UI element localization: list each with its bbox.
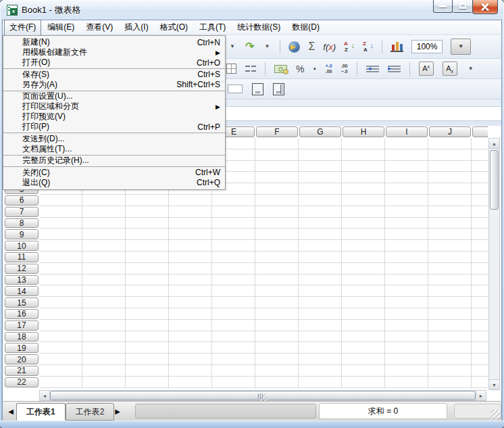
file-menu-item[interactable]: 退出(Q)Ctrl+Q xyxy=(3,178,225,188)
cell-J9[interactable] xyxy=(428,229,472,240)
cell-H9[interactable] xyxy=(342,229,385,240)
cell-A19[interactable] xyxy=(39,342,82,354)
cell-E7[interactable] xyxy=(212,206,255,218)
column-header-J[interactable]: J xyxy=(428,126,472,138)
cell-I4[interactable] xyxy=(385,172,428,183)
cell-B14[interactable] xyxy=(82,285,126,297)
maximize-button[interactable] xyxy=(453,0,472,13)
cell-F10[interactable] xyxy=(255,240,299,252)
cell-B21[interactable] xyxy=(82,365,126,377)
cell-K21[interactable] xyxy=(472,365,488,377)
cell-F11[interactable] xyxy=(255,252,299,263)
cell-K4[interactable] xyxy=(472,172,488,183)
cell-H18[interactable] xyxy=(342,331,385,343)
cell-E6[interactable] xyxy=(212,195,255,206)
cell-E21[interactable] xyxy=(212,365,255,377)
file-menu-item[interactable]: 新建(N)Ctrl+N xyxy=(3,37,225,47)
cell-H21[interactable] xyxy=(342,365,385,377)
form-dialog-icon[interactable] xyxy=(252,83,263,95)
cell-B20[interactable] xyxy=(82,354,126,365)
cell-K17[interactable] xyxy=(472,320,488,331)
cell-G21[interactable] xyxy=(299,365,342,377)
cell-J8[interactable] xyxy=(428,218,472,229)
cell-I20[interactable] xyxy=(385,354,428,365)
cell-H2[interactable] xyxy=(342,149,385,161)
form-dialog-alt-icon[interactable] xyxy=(273,83,284,95)
scroll-down-icon[interactable]: ▼ xyxy=(489,379,499,389)
cell-I12[interactable] xyxy=(385,263,428,275)
scroll-left-icon[interactable]: ◄ xyxy=(40,391,50,400)
cell-K9[interactable] xyxy=(472,229,488,240)
cell-A15[interactable] xyxy=(39,297,82,308)
menubar-item-view[interactable]: 查看(V) xyxy=(80,20,118,36)
row-header-9[interactable]: 9 xyxy=(4,229,39,240)
cell-A12[interactable] xyxy=(39,263,82,275)
cell-E15[interactable] xyxy=(212,297,255,308)
cell-D20[interactable] xyxy=(169,354,212,365)
cell-C22[interactable] xyxy=(126,377,169,388)
cell-B22[interactable] xyxy=(82,377,126,388)
cell-D13[interactable] xyxy=(169,275,212,286)
row-header-18[interactable]: 18 xyxy=(4,331,39,343)
cell-A14[interactable] xyxy=(39,285,82,297)
superscript-icon[interactable]: Ax xyxy=(419,62,434,76)
cell-D17[interactable] xyxy=(169,320,212,331)
cell-F20[interactable] xyxy=(255,354,299,365)
menubar-item-statistics[interactable]: 统计数据(S) xyxy=(232,20,286,36)
cell-A11[interactable] xyxy=(39,252,82,263)
cell-C21[interactable] xyxy=(126,365,169,377)
cell-D7[interactable] xyxy=(169,206,212,218)
cell-J13[interactable] xyxy=(428,275,472,286)
cell-H16[interactable] xyxy=(342,308,385,320)
cell-K12[interactable] xyxy=(472,263,488,275)
cell-C11[interactable] xyxy=(126,252,169,263)
file-menu-item[interactable]: 完整历史记录(H)... xyxy=(3,156,225,166)
merge-cells-icon[interactable] xyxy=(245,65,256,73)
cell-C9[interactable] xyxy=(126,229,169,240)
cell-I13[interactable] xyxy=(385,275,428,286)
cell-F4[interactable] xyxy=(255,172,299,183)
row-header-22[interactable]: 22 xyxy=(4,377,39,388)
cell-A16[interactable] xyxy=(39,308,82,320)
sort-ascending-icon[interactable]: AZ↓ xyxy=(344,41,355,53)
menubar-item-data[interactable]: 数据(D) xyxy=(286,20,325,36)
cell-J17[interactable] xyxy=(428,320,472,331)
cell-B15[interactable] xyxy=(82,297,126,308)
cell-D19[interactable] xyxy=(169,342,212,354)
cell-C18[interactable] xyxy=(126,331,169,343)
cell-C12[interactable] xyxy=(126,263,169,275)
redo-dropdown-icon[interactable]: ▼ xyxy=(262,44,272,49)
scroll-up-icon[interactable]: ▲ xyxy=(489,139,499,149)
cell-F12[interactable] xyxy=(255,263,299,275)
cell-B19[interactable] xyxy=(82,342,126,354)
cell-F6[interactable] xyxy=(255,195,299,206)
cell-K2[interactable] xyxy=(472,149,488,161)
cell-G3[interactable] xyxy=(299,161,342,172)
cell-D14[interactable] xyxy=(169,285,212,297)
cell-D12[interactable] xyxy=(169,263,212,275)
cell-H17[interactable] xyxy=(342,320,385,331)
cell-C20[interactable] xyxy=(126,354,169,365)
cell-H8[interactable] xyxy=(342,218,385,229)
undo-dropdown-icon[interactable]: ▼ xyxy=(228,44,237,49)
cell-J5[interactable] xyxy=(428,183,472,195)
cell-B17[interactable] xyxy=(82,320,126,331)
cell-E19[interactable] xyxy=(212,342,255,354)
row-header-8[interactable]: 8 xyxy=(4,218,39,229)
menubar-item-file[interactable]: 文件(F) xyxy=(4,20,41,36)
cell-G17[interactable] xyxy=(299,320,342,331)
cell-B10[interactable] xyxy=(82,240,126,252)
minimize-button[interactable] xyxy=(433,0,453,13)
cell-G1[interactable] xyxy=(299,138,342,149)
sort-descending-icon[interactable]: ZA↓ xyxy=(363,41,374,53)
cell-H19[interactable] xyxy=(342,342,385,354)
cell-C16[interactable] xyxy=(126,308,169,320)
cell-B12[interactable] xyxy=(82,263,126,275)
column-header-F[interactable]: F xyxy=(255,126,299,138)
cell-H11[interactable] xyxy=(342,252,385,263)
cell-I18[interactable] xyxy=(385,331,428,343)
cell-E17[interactable] xyxy=(212,320,255,331)
cell-F3[interactable] xyxy=(255,161,299,172)
decrease-decimal-icon[interactable]: .00−.0 xyxy=(341,64,348,74)
cell-J6[interactable] xyxy=(428,195,472,206)
